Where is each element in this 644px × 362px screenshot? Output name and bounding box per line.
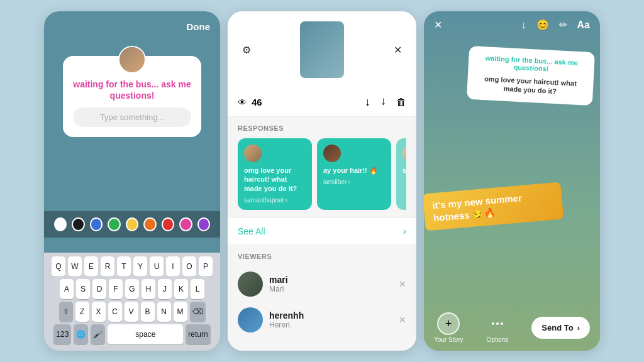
your-story-button[interactable]: + Your Story: [434, 312, 463, 343]
sticker-avatar: [118, 46, 146, 74]
options-label: Options: [487, 336, 508, 343]
color-orange[interactable]: [143, 217, 156, 231]
key-t[interactable]: T: [117, 256, 131, 277]
response-card-3[interactable]: sa...: [396, 138, 406, 210]
key-z[interactable]: Z: [75, 302, 89, 322]
views-count: 46: [252, 97, 262, 107]
response-avatar-1: [244, 145, 262, 162]
key-c[interactable]: C: [108, 302, 122, 322]
key-mic[interactable]: 🎤: [91, 324, 105, 344]
keyboard-row-3: ⇧ Z X C V B N M ⌫: [47, 302, 218, 322]
question-sticker-3: waiting for the bus... ask me questions!…: [467, 46, 595, 106]
key-o[interactable]: O: [182, 256, 196, 277]
options-dots: [486, 312, 509, 335]
sticker-input-placeholder[interactable]: Type something...: [73, 107, 191, 127]
key-e[interactable]: E: [84, 256, 98, 277]
color-white[interactable]: [54, 217, 67, 231]
your-story-circle: +: [437, 312, 460, 335]
viewer-avatar-1: [238, 272, 263, 297]
keyboard: Q W E R T Y U I O P A S D F G H: [44, 253, 220, 351]
response-username-2: iansilber ›: [323, 178, 385, 185]
key-x[interactable]: X: [92, 302, 106, 322]
send-to-label: Send To: [541, 323, 573, 332]
settings-icon[interactable]: ⚙: [238, 41, 255, 58]
key-n[interactable]: N: [157, 302, 171, 322]
key-v[interactable]: V: [125, 302, 138, 322]
dot-1: [492, 322, 494, 325]
key-r[interactable]: R: [101, 256, 114, 277]
key-y[interactable]: Y: [133, 256, 147, 277]
screen3-header: ✕ ↓ 😊 ✏ Aa: [424, 11, 600, 38]
send-to-button[interactable]: Send To ›: [531, 317, 590, 339]
screen3-sticker-icon[interactable]: 😊: [536, 19, 549, 31]
viewer-close-1[interactable]: ✕: [399, 279, 406, 289]
viewer-row-1: mari Mari ✕: [238, 266, 406, 302]
color-black[interactable]: [72, 217, 84, 231]
key-d[interactable]: D: [92, 279, 106, 299]
screen3-text-icon[interactable]: Aa: [577, 19, 590, 31]
response-text-3: sa...: [402, 166, 406, 175]
key-m[interactable]: M: [174, 302, 187, 322]
key-j[interactable]: J: [158, 279, 172, 299]
key-a[interactable]: A: [60, 279, 74, 299]
share-icon[interactable]: ↑: [380, 96, 386, 109]
key-k[interactable]: K: [174, 279, 188, 299]
viewer-handle-2: Heren.: [269, 321, 392, 329]
send-to-chevron-icon: ›: [577, 323, 580, 332]
delete-icon[interactable]: 🗑: [396, 97, 406, 108]
phone-share: ✕ ↓ 😊 ✏ Aa waiting for the bus... ask me…: [424, 11, 600, 351]
key-f[interactable]: F: [109, 279, 123, 299]
done-button[interactable]: Done: [187, 21, 211, 32]
action-icons: ↓ ↑ 🗑: [365, 96, 406, 109]
key-shift[interactable]: ⇧: [59, 302, 73, 322]
see-all-chevron-icon: ›: [403, 226, 406, 237]
key-g[interactable]: G: [125, 279, 139, 299]
question-sticker: waiting for the bus... ask me questions!…: [63, 56, 201, 137]
key-space[interactable]: space: [108, 324, 183, 344]
key-return[interactable]: return: [186, 324, 210, 344]
dot-2: [496, 322, 499, 325]
key-s[interactable]: S: [76, 279, 90, 299]
color-blue[interactable]: [90, 217, 103, 231]
key-backspace[interactable]: ⌫: [190, 302, 206, 322]
key-u[interactable]: U: [150, 256, 164, 277]
dot-3: [501, 322, 503, 325]
key-globe[interactable]: 🌐: [74, 324, 88, 344]
screen2-header: ⚙ ✕: [228, 11, 416, 88]
color-yellow[interactable]: [126, 217, 138, 231]
responses-row: omg love your haircut! what made you do …: [238, 138, 406, 210]
screen3-close-icon[interactable]: ✕: [434, 19, 442, 31]
response-avatar-3: [402, 145, 406, 162]
story-thumb-bg: [300, 21, 344, 78]
response-username-1: samanthapoet ›: [244, 197, 306, 204]
screen3-edit-icon[interactable]: ✏: [559, 19, 567, 31]
screen2: ⚙ ✕ 👁 46 ↓ ↑ 🗑 RESPONSES: [228, 11, 416, 351]
response-avatar-2: [323, 145, 341, 162]
download-icon[interactable]: ↓: [365, 96, 370, 109]
key-p[interactable]: P: [199, 256, 213, 277]
color-pink[interactable]: [179, 217, 192, 231]
viewer-close-2[interactable]: ✕: [399, 315, 406, 325]
color-red[interactable]: [162, 217, 174, 231]
response-card-1[interactable]: omg love your haircut! what made you do …: [238, 138, 312, 210]
color-purple[interactable]: [197, 217, 210, 231]
viewer-name-2: herenhh: [269, 310, 392, 321]
screen2-stats: 👁 46 ↓ ↑ 🗑: [228, 88, 416, 117]
viewer-info-1: mari Mari: [269, 275, 392, 293]
key-q[interactable]: Q: [52, 256, 65, 277]
see-all-text: See All: [238, 226, 265, 236]
screen3-download-icon[interactable]: ↓: [521, 19, 526, 31]
key-i[interactable]: I: [166, 256, 180, 277]
color-green[interactable]: [108, 217, 120, 231]
key-b[interactable]: B: [141, 302, 155, 322]
see-all-row[interactable]: See All ›: [228, 217, 416, 245]
key-l[interactable]: L: [191, 279, 204, 299]
response-card-2[interactable]: ay your hair!! 🔥 iansilber ›: [317, 138, 391, 210]
viewer-row-2: herenhh Heren. ✕: [238, 302, 406, 338]
close-icon[interactable]: ✕: [389, 41, 406, 58]
key-h[interactable]: H: [142, 279, 155, 299]
screen3: ✕ ↓ 😊 ✏ Aa waiting for the bus... ask me…: [424, 11, 600, 351]
options-button[interactable]: Options: [486, 312, 509, 343]
key-123[interactable]: 123: [53, 324, 71, 344]
key-w[interactable]: W: [68, 256, 82, 277]
